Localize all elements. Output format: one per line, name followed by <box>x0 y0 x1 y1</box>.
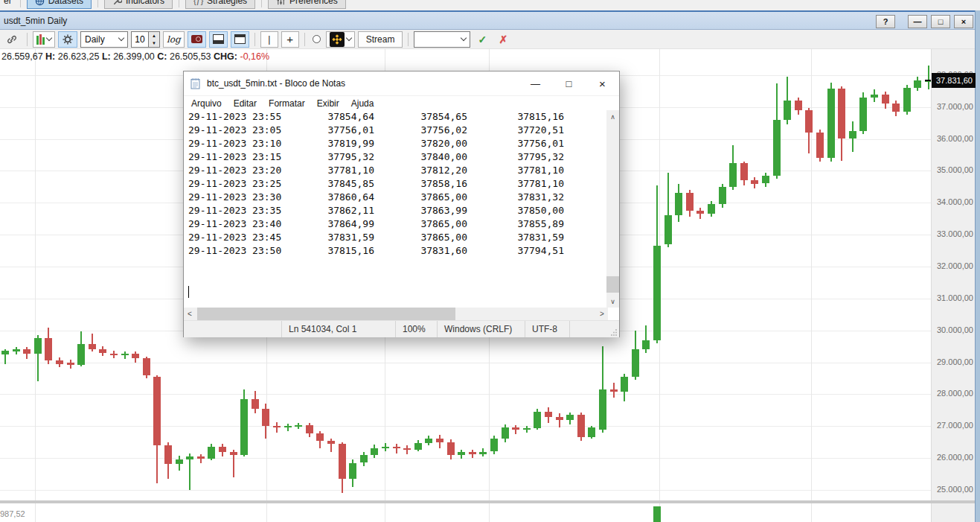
minimize-button[interactable]: — <box>908 15 927 28</box>
horizontal-scroll-thumb[interactable] <box>197 308 455 320</box>
notepad-maximize-button[interactable]: □ <box>552 71 586 96</box>
candle-body <box>849 131 856 139</box>
price-axis-label: 31.000,00 <box>937 293 973 302</box>
data-cell: 29-11-2023 23:50 <box>188 244 311 258</box>
cursor-style-button[interactable]: | <box>260 31 278 48</box>
candle-body <box>892 104 900 112</box>
candle-body <box>469 452 476 454</box>
vertical-scrollbar[interactable]: ∧ ∨ <box>606 110 619 308</box>
candle-body <box>176 459 183 464</box>
bottom-panel-toggle[interactable] <box>209 31 228 48</box>
timeframe-select[interactable]: Daily <box>80 31 128 48</box>
candle-body <box>512 427 519 430</box>
chevron-down-icon <box>461 35 467 41</box>
chart-window-titlebar[interactable]: usdt_5min Daily ? — □ × <box>0 10 980 30</box>
notepad-title: btc_usdt_5min.txt - Bloco de Notas <box>207 78 345 89</box>
scroll-left-icon[interactable]: < <box>184 308 196 320</box>
horizontal-scrollbar[interactable]: < > <box>184 308 608 320</box>
price-axis-label: 28.000,00 <box>937 389 973 398</box>
chart-toolbar: Daily 10 ▲▼ log | + Stream ✓ ✗ <box>0 30 980 49</box>
spin-up-icon[interactable]: ▲ <box>149 32 159 39</box>
link-icon <box>6 34 18 45</box>
candle-body <box>577 415 585 437</box>
zoom-in-button[interactable]: + <box>281 31 299 48</box>
candle-body <box>436 439 443 442</box>
menu-formatar[interactable]: Formatar <box>263 98 311 109</box>
candle-body <box>327 441 335 444</box>
candle-body <box>653 246 661 340</box>
vertical-gridline <box>35 503 36 522</box>
horizontal-gridline <box>0 490 931 491</box>
menu-ajuda[interactable]: Ajuda <box>345 98 380 109</box>
candle-body <box>588 427 595 437</box>
trading-app-window: er Datasets Indicators {ƒ} Strategies Pr… <box>0 0 980 522</box>
data-cell: 29-11-2023 23:05 <box>188 124 311 137</box>
candle-body <box>523 428 531 430</box>
price-axis-label: 30.000,00 <box>937 325 973 334</box>
log-scale-button[interactable]: log <box>163 31 185 48</box>
symbol-select[interactable] <box>414 31 470 48</box>
candle-body <box>34 338 42 354</box>
candle-body <box>447 442 455 455</box>
scroll-down-icon[interactable]: ∨ <box>606 295 619 308</box>
candle-body <box>45 338 52 360</box>
price-axis-label: 37.000,00 <box>937 102 973 111</box>
bars-count-stepper[interactable]: 10 ▲▼ <box>131 31 160 48</box>
data-cell: 37820,00 <box>374 137 467 150</box>
volume-pane-value: 987,52 <box>0 509 25 518</box>
cancel-button[interactable]: ✗ <box>494 31 512 48</box>
scroll-up-icon[interactable]: ∧ <box>606 110 619 123</box>
status-empty-cell <box>184 321 281 337</box>
tab-datasets[interactable]: Datasets <box>27 0 92 9</box>
partial-tab-manager[interactable]: er <box>1 0 14 6</box>
notepad-close-button[interactable]: × <box>586 71 619 96</box>
help-button[interactable]: ? <box>876 15 895 28</box>
top-panel-toggle[interactable] <box>231 31 249 48</box>
close-button[interactable]: × <box>954 15 973 28</box>
candle-body <box>77 344 85 365</box>
price-axis-label: 35.000,00 <box>937 165 973 174</box>
candle-body <box>805 110 813 133</box>
price-axis[interactable]: 37.831,60 38.000,0037.000,0036.000,0035.… <box>931 49 975 522</box>
menu-exibir[interactable]: Exibir <box>311 98 345 109</box>
open-value: 26.559,67 <box>1 51 43 62</box>
maximize-button[interactable]: □ <box>931 15 950 28</box>
notepad-titlebar[interactable]: btc_usdt_5min.txt - Bloco de Notas — □ × <box>184 71 619 96</box>
scroll-right-icon[interactable]: > <box>596 308 608 320</box>
pane-divider[interactable] <box>0 500 975 503</box>
candle-body <box>393 447 400 449</box>
tab-separator <box>261 0 262 7</box>
spin-down-icon[interactable]: ▼ <box>149 39 159 47</box>
candle-body <box>403 448 411 450</box>
data-row: 29-11-2023 23:2537845,8537858,1637781,10 <box>184 177 619 191</box>
stream-radio[interactable] <box>313 35 321 43</box>
tab-strategies[interactable]: {ƒ} Strategies <box>185 0 255 9</box>
candle-body <box>186 456 193 460</box>
candle-body <box>458 452 465 454</box>
chart-style-dropdown[interactable] <box>33 31 55 48</box>
data-cell: 29-11-2023 23:15 <box>188 150 311 164</box>
data-cell: 29-11-2023 23:30 <box>188 191 311 204</box>
vertical-scroll-thumb[interactable] <box>606 276 619 293</box>
snapshot-button[interactable] <box>188 31 206 48</box>
volume-pane[interactable]: 987,52 <box>0 503 931 522</box>
confirm-button[interactable]: ✓ <box>473 31 491 48</box>
candle-body <box>121 354 129 356</box>
stream-button[interactable]: Stream <box>358 31 403 48</box>
tab-indicators[interactable]: Indicators <box>104 0 173 9</box>
menu-editar[interactable]: Editar <box>228 98 263 109</box>
notepad-minimize-button[interactable]: — <box>519 71 552 96</box>
exchange-dropdown[interactable] <box>326 31 355 48</box>
candle-body <box>882 95 889 104</box>
link-button[interactable] <box>2 31 22 48</box>
notepad-text-area[interactable]: 29-11-2023 23:5537854,6437854,6537815,16… <box>184 110 619 308</box>
data-cell: 37845,85 <box>311 177 374 191</box>
status-line-endings: Windows (CRLF) <box>437 321 525 337</box>
horizontal-gridline <box>0 426 931 427</box>
chart-settings-button[interactable] <box>58 31 77 48</box>
menu-arquivo[interactable]: Arquivo <box>185 98 228 109</box>
candle-body <box>479 452 487 454</box>
notepad-window[interactable]: btc_usdt_5min.txt - Bloco de Notas — □ ×… <box>183 71 620 337</box>
tab-preferences[interactable]: Preferences <box>268 0 346 9</box>
status-cursor-position: Ln 541034, Col 1 <box>281 321 395 337</box>
